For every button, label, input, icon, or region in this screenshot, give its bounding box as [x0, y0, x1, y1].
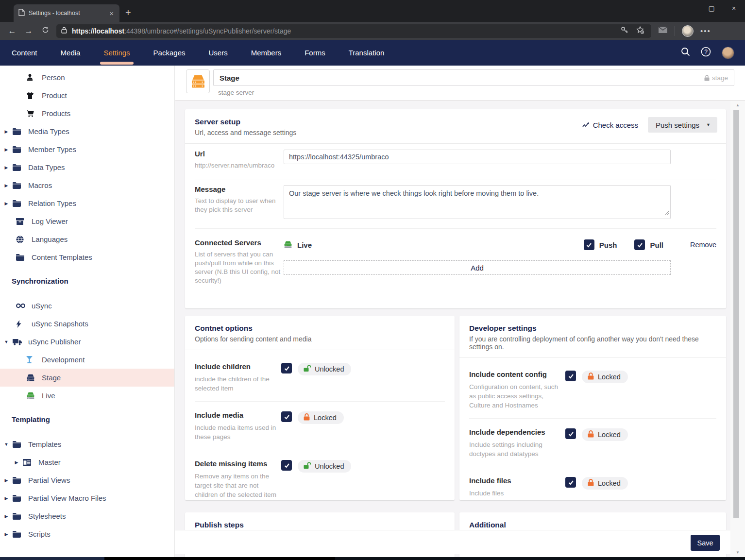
option-checkbox[interactable] — [565, 477, 576, 488]
push-checkbox[interactable] — [584, 239, 594, 250]
password-key-icon[interactable] — [621, 26, 628, 36]
tree-item-data-types[interactable]: ▶Data Types — [0, 158, 174, 176]
divider — [195, 228, 716, 229]
nav-item-translation[interactable]: Translation — [337, 40, 396, 66]
message-textarea[interactable]: Our stage server is where we check thing… — [284, 185, 671, 219]
tree-item-log-viewer[interactable]: Log Viewer — [0, 212, 174, 230]
option-label: Include dependencies — [469, 428, 565, 436]
lock-state-badge[interactable]: Unlocked — [298, 460, 351, 473]
nav-item-content[interactable]: Content — [0, 40, 49, 66]
nav-item-media[interactable]: Media — [49, 40, 92, 66]
caret-down-icon[interactable]: ▼ — [3, 442, 9, 447]
caret-right-icon[interactable]: ▶ — [3, 496, 9, 501]
tree-item-templates[interactable]: ▼Templates — [0, 435, 174, 453]
back-button[interactable]: ← — [4, 26, 20, 36]
tree-item-master[interactable]: ▶Master — [0, 453, 174, 471]
nav-item-forms[interactable]: Forms — [293, 40, 337, 66]
browser-profile-avatar[interactable] — [682, 25, 694, 37]
caret-right-icon[interactable]: ▶ — [3, 165, 9, 170]
reload-button[interactable] — [37, 26, 53, 36]
forward-button[interactable]: → — [20, 26, 37, 36]
nav-item-members[interactable]: Members — [239, 40, 293, 66]
save-button[interactable]: Save — [691, 535, 720, 551]
tree-item-stylesheets[interactable]: ▶Stylesheets — [0, 507, 174, 525]
tree-item-usync[interactable]: uSync — [0, 297, 174, 315]
caret-right-icon[interactable]: ▶ — [3, 147, 9, 152]
maximize-button[interactable]: ▢ — [700, 0, 723, 17]
option-checkbox[interactable] — [565, 371, 576, 381]
favorites-star-icon[interactable] — [636, 26, 644, 36]
option-checkbox[interactable] — [281, 460, 292, 471]
caret-right-icon[interactable]: ▶ — [3, 532, 9, 537]
tree-item-label: Stylesheets — [28, 512, 66, 520]
pulse-arrow-icon — [582, 122, 590, 128]
tab-title: Settings - localhost — [29, 10, 107, 17]
browser-tab[interactable]: Settings - localhost × — [14, 4, 119, 22]
tab-close-icon[interactable]: × — [107, 9, 116, 17]
tree-item-media-types[interactable]: ▶Media Types — [0, 122, 174, 140]
caret-right-icon[interactable]: ▶ — [3, 129, 9, 134]
nav-item-settings[interactable]: Settings — [92, 40, 141, 66]
caret-right-icon[interactable]: ▶ — [3, 183, 9, 188]
tree-item-scripts[interactable]: ▶Scripts — [0, 525, 174, 543]
tree-item-partial-view-macro-files[interactable]: ▶Partial View Macro Files — [0, 489, 174, 507]
tree-item-content-templates[interactable]: Content Templates — [0, 248, 174, 266]
tree-item-member-types[interactable]: ▶Member Types — [0, 140, 174, 158]
lock-state-badge[interactable]: Locked — [582, 371, 628, 383]
url-input[interactable]: https://localhost:44325/umbraco — [284, 150, 671, 164]
page-title-box[interactable]: Stage stage — [213, 69, 734, 86]
caret-right-icon[interactable]: ▶ — [3, 514, 9, 519]
help-icon[interactable]: ? — [701, 47, 711, 59]
tree-item-usync-publisher[interactable]: ▼uSync Publisher — [0, 333, 174, 351]
remove-link[interactable]: Remove — [690, 241, 716, 249]
tree-item-relation-types[interactable]: ▶Relation Types — [0, 194, 174, 212]
tree-item-live[interactable]: Live — [0, 387, 174, 405]
caret-right-icon[interactable]: ▶ — [14, 460, 19, 465]
url-text[interactable]: https://localhost:44398/umbraco#/setting… — [72, 27, 621, 35]
search-icon[interactable] — [681, 47, 690, 58]
caret-right-icon[interactable]: ▶ — [3, 478, 9, 483]
close-button[interactable]: × — [723, 0, 745, 17]
tree-item-products[interactable]: Products — [0, 104, 174, 122]
tree-item-partial-views[interactable]: ▶Partial Views — [0, 471, 174, 489]
lock-state-badge[interactable]: Locked — [582, 428, 628, 441]
nav-item-users[interactable]: Users — [197, 40, 239, 66]
add-server-button[interactable]: Add — [284, 260, 671, 275]
caret-right-icon[interactable]: ▶ — [3, 201, 9, 206]
url-bar[interactable]: https://localhost:44398/umbraco#/setting… — [56, 24, 651, 38]
app-nav-right: ? — [681, 47, 745, 59]
developer-settings-title: Developer settings — [469, 324, 716, 333]
lock-state-badge[interactable]: Unlocked — [298, 363, 351, 375]
option-checkbox[interactable] — [281, 411, 292, 422]
new-tab-button[interactable]: + — [125, 8, 131, 17]
tree-item-development[interactable]: Development — [0, 351, 174, 369]
lock-state-badge[interactable]: Locked — [298, 411, 344, 424]
caret-down-icon[interactable]: ▼ — [3, 339, 9, 344]
tree-item-label: Live — [42, 391, 55, 400]
tree-item-languages[interactable]: Languages — [0, 230, 174, 248]
mail-icon[interactable] — [658, 26, 668, 35]
connected-servers-label: Connected Servers — [195, 238, 284, 247]
menu-dots-icon[interactable]: ••• — [700, 27, 711, 35]
scroll-up-icon[interactable]: ▲ — [730, 103, 745, 107]
tree-item-product[interactable]: Product — [0, 86, 174, 104]
scroll-down-icon[interactable]: ▼ — [730, 550, 745, 555]
main-scroll-thumb[interactable] — [733, 110, 739, 518]
check-access-button[interactable]: Check access — [582, 121, 638, 129]
tree-item-stage[interactable]: Stage — [0, 369, 174, 387]
main-scrollbar[interactable]: ▲ ▼ — [730, 101, 745, 557]
lock-icon[interactable] — [61, 27, 67, 35]
lock-state-badge[interactable]: Locked — [582, 477, 628, 490]
push-settings-dropdown[interactable]: Push settings ▼ — [648, 117, 717, 133]
tree-item-person[interactable]: Person — [0, 68, 174, 86]
tree-item-macros[interactable]: ▶Macros — [0, 176, 174, 194]
tree-item-usync-snapshots[interactable]: uSync Snapshots — [0, 315, 174, 333]
tree-item-label: Languages — [32, 235, 68, 243]
option-checkbox[interactable] — [565, 428, 576, 439]
user-avatar[interactable] — [722, 47, 734, 59]
pull-checkbox[interactable] — [634, 239, 645, 250]
resize-grip-icon[interactable] — [665, 208, 669, 218]
minimize-button[interactable]: – — [678, 0, 700, 17]
nav-item-packages[interactable]: Packages — [142, 40, 197, 66]
option-checkbox[interactable] — [281, 363, 292, 373]
